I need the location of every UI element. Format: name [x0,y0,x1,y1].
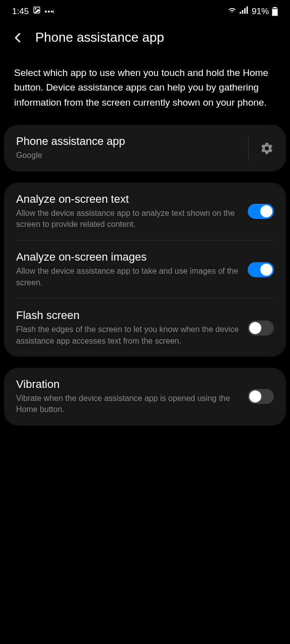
app-selection-card: Phone assistance app Google [4,125,286,171]
vibration-item[interactable]: Vibration Vibrate when the device assist… [4,368,286,426]
svg-rect-9 [246,7,248,14]
header: Phone assistance app [0,21,290,56]
app-selection-item[interactable]: Phone assistance app Google [4,125,286,171]
analyze-images-item[interactable]: Analyze on-screen images Allow the devic… [4,240,286,298]
svg-point-1 [35,9,36,10]
battery-icon [272,7,278,16]
app-selection-title: Phone assistance app [16,135,240,148]
app-settings-button[interactable] [248,136,274,160]
svg-rect-6 [240,12,241,14]
analyze-text-description: Allow the device assistance app to analy… [16,208,240,230]
analyze-images-description: Allow the device assistance app to take … [16,266,240,288]
svg-rect-8 [244,8,246,14]
page-description: Select which app to use when you touch a… [0,56,290,125]
vibration-toggle[interactable] [248,389,274,404]
flash-screen-item[interactable]: Flash screen Flash the edges of the scre… [4,299,286,357]
settings-card: Analyze on-screen text Allow the device … [4,183,286,357]
status-bar: 1:45 [0,0,290,21]
gear-icon [260,141,274,155]
picture-icon [33,6,41,17]
status-time: 1:45 [12,7,29,17]
vibration-card: Vibration Vibrate when the device assist… [4,368,286,426]
svg-rect-12 [272,9,277,16]
flash-screen-toggle[interactable] [248,320,274,336]
vibration-title: Vibration [16,378,240,391]
page-title: Phone assistance app [35,30,164,45]
analyze-text-title: Analyze on-screen text [16,193,240,206]
wifi-icon [228,6,237,17]
svg-point-4 [51,11,53,13]
analyze-text-item[interactable]: Analyze on-screen text Allow the device … [4,183,286,240]
battery-percent: 91% [252,7,269,17]
svg-rect-5 [53,10,54,13]
analyze-text-toggle[interactable] [248,204,274,219]
signal-icon [240,6,249,17]
svg-point-2 [45,11,47,13]
flash-screen-title: Flash screen [16,309,240,322]
analyze-images-toggle[interactable] [248,262,274,277]
svg-rect-7 [242,10,243,14]
svg-point-3 [48,11,50,13]
analyze-images-title: Analyze on-screen images [16,251,240,264]
app-selection-selected: Google [16,150,240,161]
dots-icon [45,9,54,14]
status-right: 91% [228,6,278,17]
vibration-description: Vibrate when the device assistance app i… [16,393,240,416]
flash-screen-description: Flash the edges of the screen to let you… [16,324,240,347]
status-left: 1:45 [12,6,54,17]
back-icon[interactable] [12,32,24,44]
